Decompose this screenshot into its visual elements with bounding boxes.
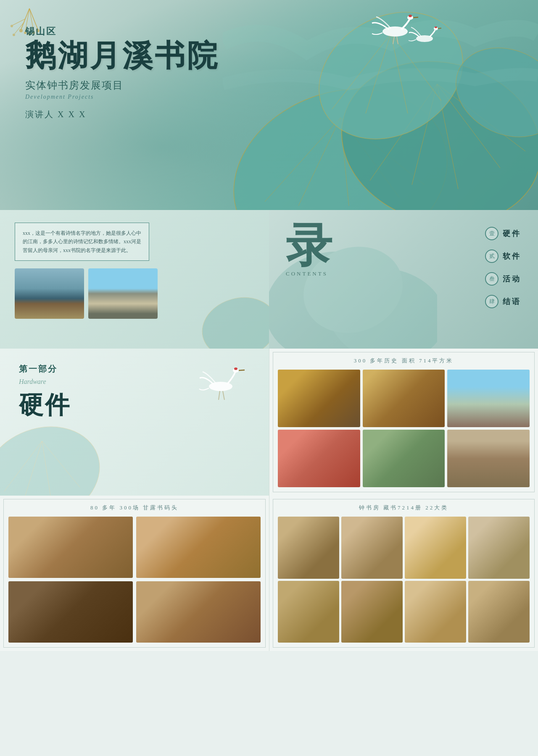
intro-photo-canal	[15, 268, 84, 319]
row-2: xxx，这是一个有着诗情名字的地方，她是很多人心中的江南，多多人心里的诗情记忆和…	[0, 210, 538, 349]
section-title: 硬件	[19, 389, 250, 422]
hero-project-en: Development Projects	[25, 94, 219, 100]
event-photo-2	[136, 517, 261, 578]
svg-point-43	[435, 26, 437, 28]
book-photo-8	[468, 581, 530, 643]
books-grid	[278, 517, 530, 643]
svg-point-32	[11, 25, 13, 27]
events-caption: 80 多年 300场 甘露书码头	[8, 504, 261, 512]
contents-char-display: 录 CONTENTS	[286, 223, 521, 277]
photos1-caption: 300 多年历史 面积 714平方米	[278, 357, 530, 365]
section-part-label: 第一部分	[19, 363, 250, 375]
intro-text: xxx，这是一个有着诗情名字的地方，她是很多人心中的江南，多多人心里的诗情记忆和…	[23, 230, 141, 253]
photo-cell-5	[363, 430, 445, 487]
photo-cell-3	[447, 370, 530, 427]
svg-line-39	[393, 37, 394, 44]
svg-line-44	[438, 28, 441, 29]
photo-cell-4	[278, 430, 360, 487]
photo-cell-2	[363, 370, 445, 427]
contents-item-text-4: 结语	[503, 297, 521, 307]
hardware-slide: 第一部分 Hardware 硬件	[0, 349, 269, 496]
svg-point-37	[409, 15, 412, 17]
hardware-content: 第一部分 Hardware 硬件	[19, 363, 250, 422]
book-photo-1	[278, 517, 339, 579]
book-photo-2	[341, 517, 403, 579]
hero-project-cn: 实体钟书房发展项目	[25, 79, 219, 92]
intro-slide: xxx，这是一个有着诗情名字的地方，她是很多人心中的江南，多多人心里的诗情记忆和…	[0, 210, 269, 349]
photo-cell-6	[447, 430, 530, 487]
contents-label: CONTENTS	[286, 270, 521, 277]
photo-cell-1	[278, 370, 360, 427]
event-photo-1	[8, 517, 133, 578]
hero-slide: 锡山区 鹅湖月溪书院 实体钟书房发展项目 Development Project…	[0, 0, 538, 210]
svg-point-45	[198, 294, 269, 349]
event-photo-3	[8, 581, 133, 643]
hero-location: 锡山区	[25, 25, 219, 38]
contents-icon-4: 肆	[485, 295, 498, 308]
svg-line-40	[397, 37, 398, 44]
photos1-grid	[278, 370, 530, 487]
photos1-slide: 300 多年历史 面积 714平方米	[269, 349, 538, 496]
contents-char: 录	[286, 223, 521, 269]
events-slide: 80 多年 300场 甘露书码头	[0, 496, 269, 651]
hw-lotus-deco	[0, 416, 118, 496]
crane-small-decoration	[408, 25, 441, 48]
book-photo-6	[341, 581, 403, 643]
svg-point-34	[13, 34, 15, 36]
event-photo-4	[136, 581, 261, 643]
svg-point-26	[19, 29, 23, 32]
books-caption: 钟书房 藏书7214册 22大类	[278, 504, 530, 512]
intro-lotus-deco	[198, 294, 269, 349]
book-photo-3	[405, 517, 466, 579]
row-4: 80 多年 300场 甘露书码头 钟书房 藏书7214册 22大类	[0, 496, 538, 651]
contents-item-4: 肆 结语	[485, 295, 521, 308]
hero-presenter: 演讲人 X X X	[25, 109, 219, 120]
contents-slide: 录 CONTENTS 壹 硬件 贰 软件 叁 活动 肆 结语	[269, 210, 538, 349]
hero-title: 鹅湖月溪书院	[25, 39, 219, 73]
intro-text-box: xxx，这是一个有着诗情名字的地方，她是很多人心中的江南，多多人心里的诗情记忆和…	[15, 223, 149, 261]
intro-photo-building	[88, 268, 158, 319]
hero-content: 锡山区 鹅湖月溪书院 实体钟书房发展项目 Development Project…	[25, 25, 219, 120]
row-3: 第一部分 Hardware 硬件 300 多年历史 面积 714平方米	[0, 349, 538, 496]
events-grid	[8, 517, 261, 643]
svg-line-38	[413, 17, 418, 18]
section-en-label: Hardware	[19, 378, 250, 386]
books-slide: 钟书房 藏书7214册 22大类	[269, 496, 538, 651]
book-photo-7	[405, 581, 466, 643]
book-photo-4	[468, 517, 530, 579]
book-photo-5	[278, 581, 339, 643]
